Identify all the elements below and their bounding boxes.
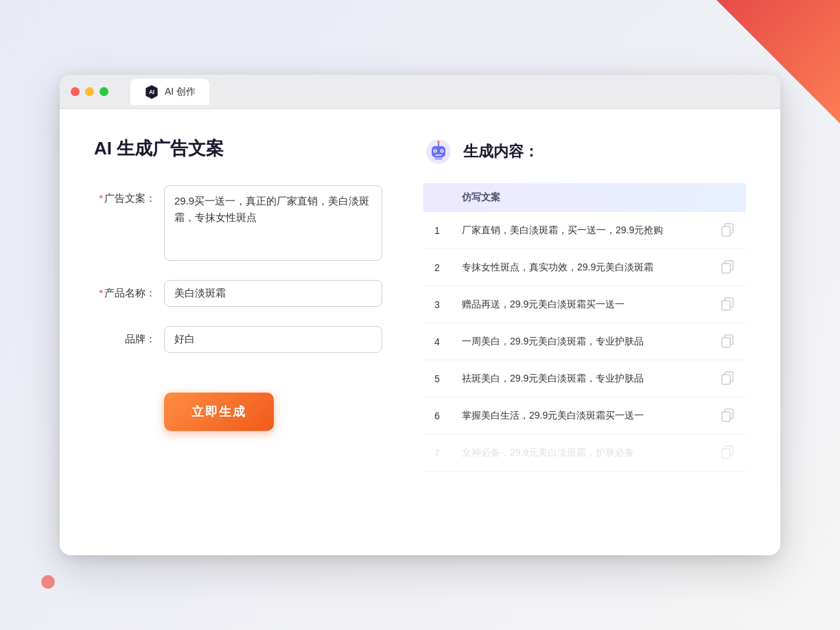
ad-copy-group: *广告文案： [94,185,382,261]
action-header [709,183,746,212]
svg-rect-19 [722,338,730,347]
copy-cell [709,212,746,249]
brand-label: 品牌： [94,326,156,346]
row-text: 掌握美白生活，29.9元美白淡斑霜买一送一 [451,397,709,434]
ai-tab-icon: AI [144,84,159,100]
row-number: 4 [423,323,451,360]
row-number: 7 [423,434,451,471]
table-row: 6掌握美白生活，29.9元美白淡斑霜买一送一 [423,397,746,434]
num-header [423,183,451,212]
svg-rect-11 [434,157,443,160]
row-text: 赠品再送，29.9元美白淡斑霜买一送一 [451,286,709,323]
copy-icon[interactable] [720,370,735,385]
product-name-group: *产品名称： [94,280,382,307]
row-text: 厂家直销，美白淡斑霜，买一送一，29.9元抢购 [451,212,709,249]
results-table: 仿写文案 1厂家直销，美白淡斑霜，买一送一，29.9元抢购 2专抹女性斑点，真实… [423,183,746,471]
row-text: 一周美白，29.9元美白淡斑霜，专业护肤品 [451,323,709,360]
title-bar: AI AI 创作 [60,75,780,109]
copy-icon[interactable] [720,296,735,311]
browser-window: AI AI 创作 AI 生成广告文案 *广告文案： *产品名称： [60,75,780,555]
copy-cell [709,360,746,397]
robot-icon [423,137,454,167]
right-title: 生成内容： [463,141,539,162]
svg-rect-17 [722,301,730,310]
svg-point-7 [441,150,443,152]
svg-rect-15 [722,264,730,273]
table-row: 5祛斑美白，29.9元美白淡斑霜，专业护肤品 [423,360,746,397]
copy-cell [709,323,746,360]
copy-icon[interactable] [720,407,735,422]
table-row: 2专抹女性斑点，真实功效，29.9元美白淡斑霜 [423,249,746,286]
row-number: 3 [423,286,451,323]
copy-header: 仿写文案 [451,183,709,212]
svg-point-6 [434,150,436,152]
copy-icon[interactable] [720,333,735,348]
main-content: AI 生成广告文案 *广告文案： *产品名称： 品牌： 立 [60,109,780,555]
corner-dot [41,575,55,589]
table-row: 1厂家直销，美白淡斑霜，买一送一，29.9元抢购 [423,212,746,249]
svg-rect-13 [722,226,730,236]
right-panel: 生成内容： 仿写文案 1厂家直销，美白淡斑霜，买一送一，29.9元抢购 2专抹女… [423,137,746,528]
brand-input[interactable] [164,326,382,353]
table-row: 3赠品再送，29.9元美白淡斑霜买一送一 [423,286,746,323]
product-name-input[interactable] [164,280,382,307]
traffic-lights [71,87,108,96]
tab-label: AI 创作 [165,86,196,98]
row-text: 女神必备，29.9元美白淡斑霜，护肤必备 [451,434,709,471]
row-number: 2 [423,249,451,286]
left-panel: AI 生成广告文案 *广告文案： *产品名称： 品牌： 立 [94,137,382,528]
svg-point-10 [437,141,440,143]
table-header-row: 仿写文案 [423,183,746,212]
maximize-button[interactable] [100,87,108,96]
copy-icon[interactable] [720,259,735,274]
generate-button[interactable]: 立即生成 [164,393,274,431]
copy-icon[interactable] [720,222,735,237]
svg-rect-8 [435,154,442,156]
ad-copy-required: * [99,192,103,204]
panel-title: AI 生成广告文案 [94,137,382,161]
row-text: 专抹女性斑点，真实功效，29.9元美白淡斑霜 [451,249,709,286]
right-header: 生成内容： [423,137,746,167]
copy-cell [709,286,746,323]
svg-rect-23 [722,412,730,421]
copy-cell [709,434,746,471]
row-number: 5 [423,360,451,397]
ad-copy-label: *广告文案： [94,185,156,205]
row-number: 1 [423,212,451,249]
close-button[interactable] [71,87,80,96]
copy-cell [709,249,746,286]
product-name-required: * [99,287,103,299]
row-text: 祛斑美白，29.9元美白淡斑霜，专业护肤品 [451,360,709,397]
svg-rect-21 [722,375,730,384]
product-name-label: *产品名称： [94,280,156,300]
svg-rect-25 [722,449,730,458]
brand-group: 品牌： [94,326,382,353]
table-row: 7女神必备，29.9元美白淡斑霜，护肤必备 [423,434,746,471]
svg-text:AI: AI [149,89,154,95]
copy-cell [709,397,746,434]
ai-tab[interactable]: AI AI 创作 [130,79,209,105]
table-row: 4一周美白，29.9元美白淡斑霜，专业护肤品 [423,323,746,360]
minimize-button[interactable] [85,87,94,96]
copy-icon[interactable] [720,444,735,459]
row-number: 6 [423,397,451,434]
ad-copy-input[interactable] [164,185,382,261]
